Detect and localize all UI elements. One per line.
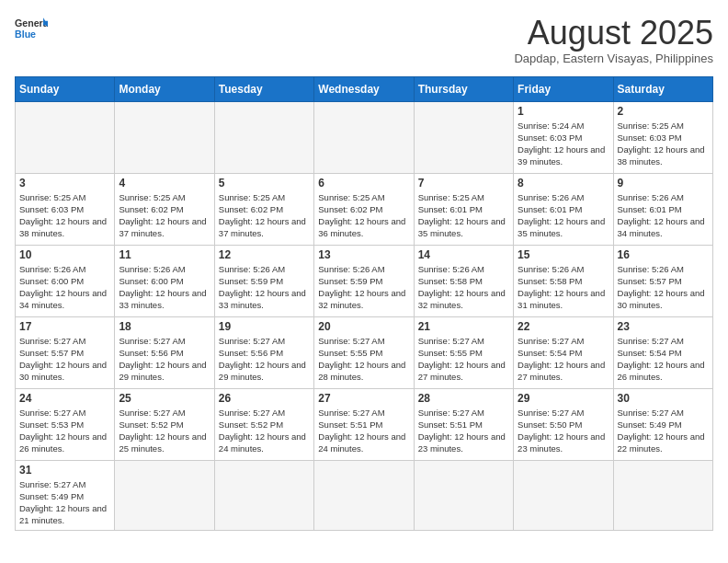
day-info: Sunrise: 5:26 AM Sunset: 6:00 PM Dayligh… (119, 263, 210, 312)
day-number: 30 (618, 392, 709, 405)
calendar-day-cell (314, 101, 414, 173)
day-number: 9 (618, 177, 709, 190)
day-info: Sunrise: 5:27 AM Sunset: 5:57 PM Dayligh… (19, 335, 110, 384)
day-info: Sunrise: 5:27 AM Sunset: 5:52 PM Dayligh… (219, 407, 310, 455)
day-number: 24 (19, 392, 110, 405)
day-number: 16 (618, 248, 709, 261)
weekday-header-saturday: Saturday (613, 76, 712, 101)
calendar-day-cell: 29Sunrise: 5:27 AM Sunset: 5:50 PM Dayli… (514, 388, 613, 460)
day-info: Sunrise: 5:26 AM Sunset: 6:00 PM Dayligh… (19, 263, 110, 312)
day-info: Sunrise: 5:25 AM Sunset: 6:03 PM Dayligh… (19, 191, 110, 240)
weekday-header-sunday: Sunday (16, 76, 115, 101)
calendar-day-cell: 6Sunrise: 5:25 AM Sunset: 6:02 PM Daylig… (314, 173, 414, 245)
calendar-day-cell (16, 101, 115, 173)
day-info: Sunrise: 5:27 AM Sunset: 5:56 PM Dayligh… (219, 335, 310, 384)
calendar-day-cell: 26Sunrise: 5:27 AM Sunset: 5:52 PM Dayli… (214, 388, 313, 460)
day-info: Sunrise: 5:26 AM Sunset: 5:59 PM Dayligh… (219, 263, 310, 312)
svg-text:Blue: Blue (15, 29, 36, 40)
day-number: 4 (119, 177, 210, 190)
day-info: Sunrise: 5:27 AM Sunset: 5:55 PM Dayligh… (318, 335, 409, 384)
day-number: 26 (219, 392, 310, 405)
calendar-day-cell (115, 460, 214, 530)
calendar-day-cell (414, 460, 513, 530)
day-number: 28 (418, 392, 509, 405)
day-info: Sunrise: 5:26 AM Sunset: 5:57 PM Dayligh… (618, 263, 709, 312)
calendar-day-cell (115, 101, 214, 173)
day-info: Sunrise: 5:27 AM Sunset: 5:49 PM Dayligh… (618, 407, 709, 455)
day-info: Sunrise: 5:25 AM Sunset: 6:02 PM Dayligh… (318, 191, 409, 240)
calendar-day-cell: 21Sunrise: 5:27 AM Sunset: 5:55 PM Dayli… (414, 316, 513, 388)
day-number: 8 (518, 177, 609, 190)
calendar-day-cell: 5Sunrise: 5:25 AM Sunset: 6:02 PM Daylig… (214, 173, 313, 245)
day-number: 7 (418, 177, 509, 190)
weekday-header-thursday: Thursday (414, 76, 513, 101)
day-number: 22 (518, 320, 609, 333)
calendar-day-cell: 12Sunrise: 5:26 AM Sunset: 5:59 PM Dayli… (214, 245, 313, 316)
day-info: Sunrise: 5:27 AM Sunset: 5:51 PM Dayligh… (418, 407, 509, 455)
day-info: Sunrise: 5:24 AM Sunset: 6:03 PM Dayligh… (518, 120, 609, 168)
day-info: Sunrise: 5:27 AM Sunset: 5:54 PM Dayligh… (618, 335, 709, 384)
calendar-header-row: SundayMondayTuesdayWednesdayThursdayFrid… (16, 76, 713, 101)
weekday-header-tuesday: Tuesday (214, 76, 313, 101)
calendar-day-cell: 15Sunrise: 5:26 AM Sunset: 5:58 PM Dayli… (514, 245, 613, 316)
calendar-day-cell: 13Sunrise: 5:26 AM Sunset: 5:59 PM Dayli… (314, 245, 414, 316)
day-number: 10 (19, 248, 110, 261)
day-info: Sunrise: 5:27 AM Sunset: 5:51 PM Dayligh… (318, 407, 409, 455)
calendar-day-cell (314, 460, 414, 530)
day-number: 2 (618, 105, 709, 118)
day-number: 23 (618, 320, 709, 333)
day-info: Sunrise: 5:27 AM Sunset: 5:49 PM Dayligh… (19, 478, 110, 527)
day-number: 29 (518, 392, 609, 405)
calendar-day-cell: 25Sunrise: 5:27 AM Sunset: 5:52 PM Dayli… (115, 388, 214, 460)
svg-text:General: General (15, 17, 48, 29)
day-number: 19 (219, 320, 310, 333)
calendar-day-cell: 9Sunrise: 5:26 AM Sunset: 6:01 PM Daylig… (613, 173, 712, 245)
calendar-day-cell: 18Sunrise: 5:27 AM Sunset: 5:56 PM Dayli… (115, 316, 214, 388)
day-number: 25 (119, 392, 210, 405)
calendar-table: SundayMondayTuesdayWednesdayThursdayFrid… (15, 76, 713, 531)
day-info: Sunrise: 5:25 AM Sunset: 6:01 PM Dayligh… (418, 191, 509, 240)
title-area: August 2025 Dapdap, Eastern Visayas, Phi… (514, 15, 713, 65)
weekday-header-wednesday: Wednesday (314, 76, 414, 101)
calendar-day-cell: 4Sunrise: 5:25 AM Sunset: 6:02 PM Daylig… (115, 173, 214, 245)
calendar-day-cell: 24Sunrise: 5:27 AM Sunset: 5:53 PM Dayli… (16, 388, 115, 460)
day-number: 1 (518, 105, 609, 118)
day-number: 5 (219, 177, 310, 190)
day-number: 17 (19, 320, 110, 333)
day-number: 12 (219, 248, 310, 261)
day-number: 27 (318, 392, 409, 405)
calendar-day-cell: 19Sunrise: 5:27 AM Sunset: 5:56 PM Dayli… (214, 316, 313, 388)
day-info: Sunrise: 5:27 AM Sunset: 5:55 PM Dayligh… (418, 335, 509, 384)
day-info: Sunrise: 5:27 AM Sunset: 5:50 PM Dayligh… (518, 407, 609, 455)
calendar-day-cell: 1Sunrise: 5:24 AM Sunset: 6:03 PM Daylig… (514, 101, 613, 173)
day-info: Sunrise: 5:27 AM Sunset: 5:54 PM Dayligh… (518, 335, 609, 384)
calendar-day-cell: 22Sunrise: 5:27 AM Sunset: 5:54 PM Dayli… (514, 316, 613, 388)
day-number: 20 (318, 320, 409, 333)
day-info: Sunrise: 5:25 AM Sunset: 6:02 PM Dayligh… (219, 191, 310, 240)
calendar-week-row: 1Sunrise: 5:24 AM Sunset: 6:03 PM Daylig… (16, 101, 713, 173)
day-number: 11 (119, 248, 210, 261)
day-number: 13 (318, 248, 409, 261)
logo: General Blue (15, 15, 48, 40)
calendar-day-cell: 23Sunrise: 5:27 AM Sunset: 5:54 PM Dayli… (613, 316, 712, 388)
day-info: Sunrise: 5:25 AM Sunset: 6:03 PM Dayligh… (618, 120, 709, 168)
calendar-day-cell (613, 460, 712, 530)
calendar-day-cell (214, 460, 313, 530)
day-info: Sunrise: 5:26 AM Sunset: 6:01 PM Dayligh… (618, 191, 709, 240)
calendar-day-cell: 16Sunrise: 5:26 AM Sunset: 5:57 PM Dayli… (613, 245, 712, 316)
day-info: Sunrise: 5:25 AM Sunset: 6:02 PM Dayligh… (119, 191, 210, 240)
calendar-day-cell: 8Sunrise: 5:26 AM Sunset: 6:01 PM Daylig… (514, 173, 613, 245)
calendar-day-cell: 2Sunrise: 5:25 AM Sunset: 6:03 PM Daylig… (613, 101, 712, 173)
day-number: 3 (19, 177, 110, 190)
day-number: 15 (518, 248, 609, 261)
location-subtitle: Dapdap, Eastern Visayas, Philippines (514, 52, 713, 65)
calendar-week-row: 17Sunrise: 5:27 AM Sunset: 5:57 PM Dayli… (16, 316, 713, 388)
calendar-day-cell (514, 460, 613, 530)
day-info: Sunrise: 5:26 AM Sunset: 6:01 PM Dayligh… (518, 191, 609, 240)
day-info: Sunrise: 5:26 AM Sunset: 5:58 PM Dayligh… (418, 263, 509, 312)
day-number: 6 (318, 177, 409, 190)
calendar-day-cell: 14Sunrise: 5:26 AM Sunset: 5:58 PM Dayli… (414, 245, 513, 316)
calendar-day-cell: 20Sunrise: 5:27 AM Sunset: 5:55 PM Dayli… (314, 316, 414, 388)
weekday-header-friday: Friday (514, 76, 613, 101)
day-info: Sunrise: 5:27 AM Sunset: 5:53 PM Dayligh… (19, 407, 110, 455)
